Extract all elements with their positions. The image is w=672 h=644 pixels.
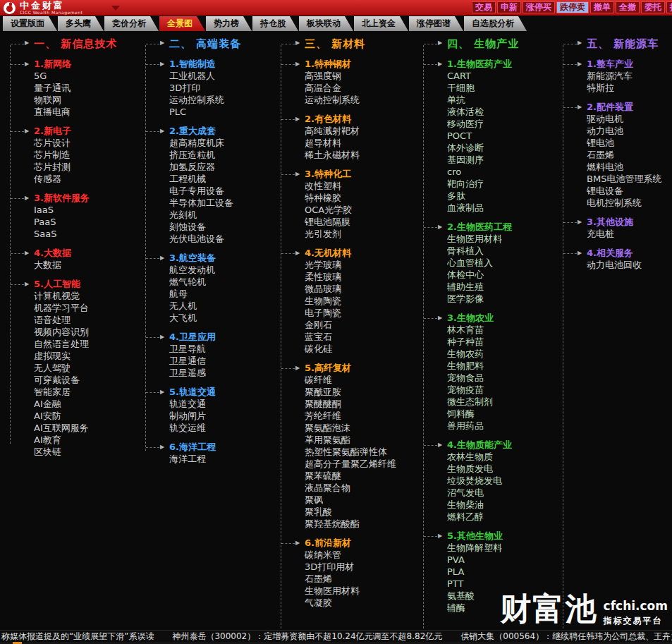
sector-item[interactable]: 辅助生殖 — [419, 281, 556, 293]
sector-item[interactable]: 高纯溅射靶材 — [276, 125, 417, 137]
category-4-2[interactable]: ▶2.生物医药工程 — [419, 221, 556, 233]
category-4-4[interactable]: ▶4.生物质能产业 — [419, 439, 556, 451]
sector-item[interactable]: 生物农药 — [419, 348, 556, 360]
trade-button-8[interactable]: 持 — [666, 1, 672, 13]
sector-item[interactable]: 农林生物质 — [419, 451, 556, 463]
sector-item[interactable]: 轨交运维 — [141, 422, 272, 434]
category-2-6[interactable]: ▶6.海洋工程 — [141, 441, 272, 453]
sector-item[interactable]: 林木育苗 — [419, 324, 556, 336]
sector-item[interactable]: 燃料乙醇 — [419, 511, 556, 523]
sector-item[interactable]: 机器学习平台 — [6, 302, 137, 314]
sector-item[interactable]: 生物陶瓷 — [276, 295, 417, 307]
dropdown-arrow-icon[interactable] — [111, 6, 120, 11]
sector-item[interactable]: 碳纳米管 — [276, 549, 417, 561]
sector-item[interactable]: 改性塑料 — [276, 180, 417, 192]
sector-item[interactable]: 沼气发电 — [419, 487, 556, 499]
category-3-3[interactable]: ▶3.特种化工 — [276, 168, 417, 180]
sector-item[interactable]: 制动闸片 — [141, 410, 272, 422]
sector-item[interactable]: 大数据 — [6, 259, 137, 271]
sector-item[interactable]: 无人机 — [141, 300, 272, 312]
section-title-5[interactable]: ▶五、 新能源车 — [558, 37, 671, 51]
sector-item[interactable]: CART — [419, 70, 556, 82]
sector-item[interactable]: 芳纶纤维 — [276, 410, 417, 422]
sector-item[interactable]: 光引发剂 — [276, 228, 417, 240]
sector-item[interactable]: 轨道交通 — [141, 398, 272, 410]
category-3-4[interactable]: ▶4.无机材料 — [276, 247, 417, 259]
sector-item[interactable]: AI教育 — [6, 434, 137, 446]
category-3-6[interactable]: ▶6.前沿新材 — [276, 537, 417, 549]
sector-item[interactable]: 语音处理 — [6, 314, 137, 326]
sector-item[interactable]: 芯片制造 — [6, 149, 137, 161]
sector-item[interactable]: 饲料酶 — [419, 408, 556, 420]
tab-8[interactable]: 北上资金 — [354, 16, 408, 31]
sector-item[interactable]: 工程机械 — [141, 173, 272, 185]
category-5-1[interactable]: ▶1.整车产业 — [558, 58, 671, 70]
sector-item[interactable]: 高温合金 — [276, 82, 417, 94]
sector-item[interactable]: cro — [419, 166, 556, 178]
category-4-3[interactable]: ▶3.生物农业 — [419, 312, 556, 324]
tab-4[interactable]: 全景图 — [159, 16, 205, 31]
sector-item[interactable]: 运动控制系统 — [141, 94, 272, 106]
sector-item[interactable]: 碳化硅 — [276, 343, 417, 355]
sector-item[interactable]: 锂电池隔膜 — [276, 216, 417, 228]
sector-item[interactable]: 聚羟基烷酸酯 — [276, 518, 417, 530]
category-5-4[interactable]: ▶4.相关服务 — [558, 247, 671, 259]
sector-item[interactable]: 干细胞 — [419, 82, 556, 94]
category-1-5[interactable]: ▶5.人工智能 — [6, 278, 137, 290]
sector-item[interactable]: 石墨烯 — [276, 573, 417, 585]
tab-6[interactable]: 持仓股 — [252, 16, 298, 31]
sector-item[interactable]: POCT — [419, 130, 556, 142]
sector-item[interactable]: 垃圾焚烧发电 — [419, 475, 556, 487]
category-1-3[interactable]: ▶3.新软件服务 — [6, 192, 137, 204]
sector-item[interactable]: BMS电池管理系统 — [558, 173, 671, 185]
sector-item[interactable]: 气凝胶 — [276, 597, 417, 609]
sector-item[interactable]: 光刻机 — [141, 209, 272, 221]
sector-item[interactable]: 多肽 — [419, 190, 556, 202]
section-title-2[interactable]: ▶二、 高端装备 — [141, 37, 272, 51]
sector-item[interactable]: 充电桩 — [558, 228, 671, 240]
sector-item[interactable]: 医学影像 — [419, 293, 556, 305]
sector-item[interactable]: 种子种苗 — [419, 336, 556, 348]
tab-5[interactable]: 势力榜 — [206, 16, 252, 31]
sector-item[interactable]: 智能家居 — [6, 386, 137, 398]
sector-item[interactable]: 靶向治疗 — [419, 178, 556, 190]
sector-item[interactable]: 液体活检 — [419, 106, 556, 118]
sector-item[interactable]: 燃气轮机 — [141, 276, 272, 288]
sector-item[interactable]: 聚醚醚酮 — [276, 398, 417, 410]
sector-item[interactable]: 光学玻璃 — [276, 259, 417, 271]
sector-item[interactable]: PVA — [419, 554, 556, 566]
sector-item[interactable]: 视频内容识别 — [6, 326, 137, 338]
sector-item[interactable]: 特斯拉 — [558, 82, 671, 94]
sector-item[interactable]: 热塑性聚氨酯弹性体 — [276, 446, 417, 458]
sector-item[interactable]: 燃料电池 — [558, 161, 671, 173]
sector-item[interactable]: 聚砜 — [276, 494, 417, 506]
sector-item[interactable]: 革用聚氨酯 — [276, 434, 417, 446]
sector-item[interactable]: 运动控制系统 — [276, 94, 417, 106]
sector-item[interactable]: 心血管植入 — [419, 257, 556, 269]
trade-button-2[interactable]: 申新 — [497, 1, 521, 13]
sector-item[interactable]: 基因测序 — [419, 154, 556, 166]
category-2-3[interactable]: ▶3.航空装备 — [141, 252, 272, 264]
trade-button-7[interactable]: 委托 — [641, 1, 665, 13]
sector-item[interactable]: 聚苯硫醚 — [276, 470, 417, 482]
sector-item[interactable]: 航空发动机 — [141, 264, 272, 276]
sector-item[interactable]: 计算机视觉 — [6, 290, 137, 302]
sector-item[interactable]: 高强度钢 — [276, 70, 417, 82]
category-3-5[interactable]: ▶5.高纤复材 — [276, 362, 417, 374]
trade-button-1[interactable]: 交易 — [472, 1, 496, 13]
sector-item[interactable]: 碳纤维 — [276, 374, 417, 386]
category-1-4[interactable]: ▶4.大数据 — [6, 247, 137, 259]
sector-item[interactable]: 聚酰亚胺 — [276, 386, 417, 398]
sector-item[interactable]: OCA光学胶 — [276, 204, 417, 216]
category-5-3[interactable]: ▶3.其他设施 — [558, 216, 671, 228]
tab-9[interactable]: 涨停图谱 — [409, 16, 463, 31]
tab-3[interactable]: 竞价分析 — [104, 16, 159, 31]
sector-item[interactable]: 量子通讯 — [6, 82, 137, 94]
category-2-5[interactable]: ▶5.轨道交通 — [141, 386, 272, 398]
category-4-1[interactable]: ▶1.生物医药产业 — [419, 58, 556, 70]
sector-item[interactable]: 锂电设备 — [558, 185, 671, 197]
sector-item[interactable]: 宠物疫苗 — [419, 384, 556, 396]
sector-item[interactable]: 电子陶瓷 — [276, 307, 417, 319]
tab-7[interactable]: 板块联动 — [299, 16, 353, 31]
sector-item[interactable]: 生物肥料 — [419, 360, 556, 372]
